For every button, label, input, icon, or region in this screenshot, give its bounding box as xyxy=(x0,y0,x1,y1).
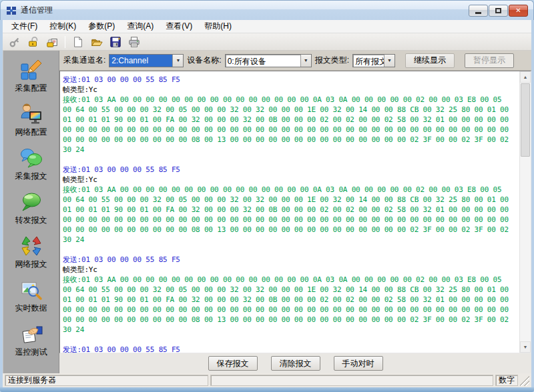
save-icon xyxy=(109,36,121,48)
log-receive-line: 接收:01 03 AA 00 00 00 00 00 00 00 00 00 0… xyxy=(63,275,518,285)
new-document-button[interactable] xyxy=(70,35,86,49)
type-label: 报文类型: xyxy=(315,55,349,66)
chevron-down-icon[interactable]: ▼ xyxy=(172,55,183,67)
open-folder-button[interactable] xyxy=(89,35,105,49)
sidebar-item-collect-config[interactable]: 采集配置 xyxy=(3,59,59,94)
network-config-icon xyxy=(20,103,43,125)
device-label: 设备名称: xyxy=(187,55,221,66)
maximize-icon xyxy=(495,8,501,13)
log-receive-line: 30 24 xyxy=(63,145,518,155)
network-message-icon xyxy=(20,235,43,257)
forward-message-icon xyxy=(20,191,43,213)
sidebar-item-label: 采集配置 xyxy=(15,83,47,94)
log-receive-line: 01 00 01 01 90 00 01 00 FA 00 32 00 00 0… xyxy=(63,115,518,125)
main-panel: 采集通道名: 2:Channel ▼ 设备名称: 0:所有设备 ▼ 报文类型: … xyxy=(59,51,531,373)
unlock-icon xyxy=(27,36,39,48)
sidebar-item-network-config[interactable]: 网络配置 xyxy=(3,103,59,138)
sidebar-item-label: 采集报文 xyxy=(15,171,47,182)
vertical-scrollbar[interactable]: ▲ ▼ xyxy=(519,71,531,353)
continue-display-button[interactable]: 继续显示 xyxy=(405,53,455,68)
window-title: 通信管理 xyxy=(21,5,469,16)
filter-bar: 采集通道名: 2:Channel ▼ 设备名称: 0:所有设备 ▼ 报文类型: … xyxy=(59,51,531,71)
log-block: 发送:01 03 00 00 00 55 85 F5帧类型:Yc接收:01 03… xyxy=(63,75,518,155)
log-area: 发送:01 03 00 00 00 55 85 F5帧类型:Yc接收:01 03… xyxy=(60,71,519,353)
remote-test-icon xyxy=(20,323,43,345)
menu-help[interactable]: 帮助(H) xyxy=(198,20,238,33)
scroll-down-icon[interactable]: ▼ xyxy=(520,341,531,353)
lock-settings-icon xyxy=(46,36,58,48)
sidebar-item-realtime-data[interactable]: 实时数据 xyxy=(3,279,59,314)
save-button[interactable] xyxy=(107,35,123,49)
sidebar-item-label: 网络报文 xyxy=(15,259,47,270)
manual-time-sync-button[interactable]: 手动对时 xyxy=(334,356,383,371)
log-receive-line: 00 64 00 55 00 00 00 32 00 05 00 00 00 3… xyxy=(63,105,518,115)
type-select[interactable]: 所有报文 ▼ xyxy=(352,54,395,67)
sidebar-item-label: 网络配置 xyxy=(15,127,47,138)
log-send-line: 发送:01 03 00 00 00 55 85 F5 xyxy=(63,75,518,85)
sidebar: 采集配置 xyxy=(3,51,59,373)
scrollbar-track[interactable] xyxy=(520,83,531,341)
new-document-icon xyxy=(72,36,84,48)
action-bar: 保存报文 清除报文 手动对时 xyxy=(59,353,531,373)
sidebar-item-network-message[interactable]: 网络报文 xyxy=(3,235,59,270)
scroll-up-icon[interactable]: ▲ xyxy=(520,71,531,83)
status-bar: 连接到服务器 数字 xyxy=(0,373,534,387)
log-receive-line: 00 00 00 00 00 00 00 00 00 00 00 00 00 0… xyxy=(63,215,518,225)
status-middle xyxy=(210,375,493,386)
lock-settings-button[interactable] xyxy=(44,35,60,49)
menu-control[interactable]: 控制(K) xyxy=(43,20,82,33)
print-button[interactable] xyxy=(126,35,142,49)
log-frame-type-line: 帧类型:Yc xyxy=(63,175,518,185)
scrollbar-thumb[interactable] xyxy=(521,83,530,157)
resize-grip[interactable] xyxy=(520,375,529,386)
menu-view[interactable]: 查看(V) xyxy=(160,20,198,33)
sidebar-item-label: 遥控测试 xyxy=(15,347,47,358)
device-select[interactable]: 0:所有设备 ▼ xyxy=(225,54,312,67)
menu-file[interactable]: 文件(F) xyxy=(5,20,43,33)
log-receive-line: 00 00 00 00 00 00 00 00 00 00 00 00 00 0… xyxy=(63,305,518,315)
log-receive-line: 接收:01 03 AA 00 00 00 00 00 00 00 00 00 0… xyxy=(63,95,518,105)
maximize-button[interactable] xyxy=(489,5,508,17)
key-button[interactable] xyxy=(7,35,23,49)
close-button[interactable]: ✕ xyxy=(509,5,528,17)
sidebar-item-label: 实时数据 xyxy=(15,303,47,314)
print-icon xyxy=(128,36,140,48)
chevron-down-icon[interactable]: ▼ xyxy=(300,55,311,67)
channel-label: 采集通道名: xyxy=(63,55,105,66)
toolbar-separator xyxy=(65,36,65,48)
save-message-button[interactable]: 保存报文 xyxy=(208,356,258,371)
minimize-button[interactable] xyxy=(469,5,488,17)
app-icon[interactable] xyxy=(6,5,17,16)
channel-select[interactable]: 2:Channel ▼ xyxy=(109,54,184,67)
unlock-button[interactable] xyxy=(25,35,41,49)
window-frame-bottom xyxy=(0,387,534,392)
log-receive-line: 01 00 01 01 90 00 01 00 FA 00 32 00 00 0… xyxy=(63,295,518,305)
pause-display-button[interactable]: 暂停显示 xyxy=(465,53,514,68)
connection-status: 连接到服务器 xyxy=(5,375,208,386)
key-icon xyxy=(9,36,21,48)
close-icon: ✕ xyxy=(515,7,521,14)
log-receive-line: 00 00 00 00 00 00 00 00 00 00 08 00 13 0… xyxy=(63,315,518,325)
toolbar xyxy=(3,33,531,51)
app-window: 通信管理 ✕ 文件(F) 控制(K) 参数(P) 查询(A) 查看(V) 帮助(… xyxy=(0,0,534,392)
collect-config-icon xyxy=(20,59,43,81)
menu-params[interactable]: 参数(P) xyxy=(82,20,121,33)
sidebar-item-label: 转发报文 xyxy=(15,215,47,226)
realtime-data-icon xyxy=(20,279,43,301)
log-receive-line: 00 64 00 55 00 00 00 32 00 05 00 00 00 3… xyxy=(63,195,518,205)
log-send-line-partial: 发送:01 03 00 00 00 55 85 F5 xyxy=(63,345,518,353)
log-block: 发送:01 03 00 00 00 55 85 F5帧类型:Yc接收:01 03… xyxy=(63,165,518,245)
log-receive-line: 00 64 00 55 00 00 00 32 00 05 00 00 00 3… xyxy=(63,285,518,295)
minimize-icon xyxy=(475,12,481,14)
sidebar-item-collect-message[interactable]: 采集报文 xyxy=(3,147,59,182)
menu-bar: 文件(F) 控制(K) 参数(P) 查询(A) 查看(V) 帮助(H) xyxy=(3,20,531,33)
chevron-down-icon[interactable]: ▼ xyxy=(384,55,394,67)
clear-message-button[interactable]: 清除报文 xyxy=(271,356,320,371)
type-select-value: 所有报文 xyxy=(353,55,384,67)
channel-select-value: 2:Channel xyxy=(109,55,172,67)
sidebar-item-forward-message[interactable]: 转发报文 xyxy=(3,191,59,226)
log-receive-line: 接收:01 03 AA 00 00 00 00 00 00 00 00 00 0… xyxy=(63,185,518,195)
sidebar-item-remote-test[interactable]: 遥控测试 xyxy=(3,323,59,358)
log-send-line: 发送:01 03 00 00 00 55 85 F5 xyxy=(63,255,518,265)
menu-query[interactable]: 查询(A) xyxy=(121,20,160,33)
